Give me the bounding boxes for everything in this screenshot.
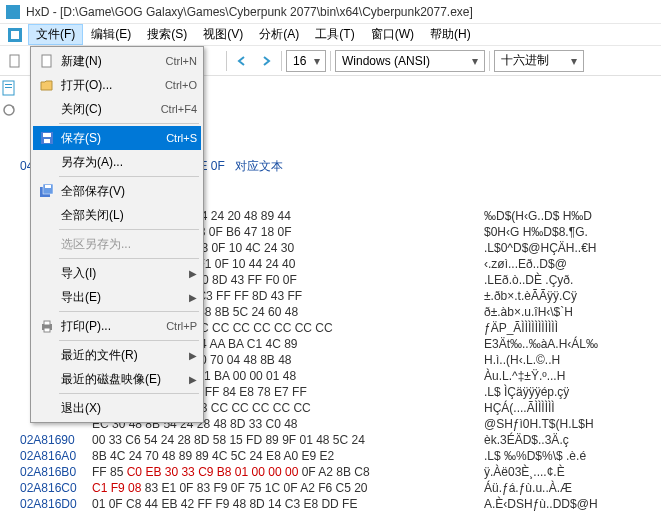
menuitem-label: 另存为(A)... bbox=[61, 154, 197, 171]
shortcut-label: Ctrl+F4 bbox=[161, 103, 197, 115]
new-file-button[interactable] bbox=[4, 50, 26, 72]
bytes[interactable]: FF 85 C0 EB 30 33 C9 B8 01 00 00 00 0F A… bbox=[92, 464, 484, 480]
menuitem-print[interactable]: 打印(P)...Ctrl+P bbox=[33, 314, 201, 338]
ascii[interactable]: .L$0^D$@HÇÄH..€H bbox=[484, 240, 597, 256]
menuitem-import[interactable]: 导入(I)▶ bbox=[33, 261, 201, 285]
menuitem-label: 导出(E) bbox=[61, 289, 189, 306]
menuitem-label: 关闭(C) bbox=[61, 101, 161, 118]
menu-bar: 文件(F)编辑(E)搜索(S)视图(V)分析(A)工具(T)窗口(W)帮助(H) bbox=[0, 24, 661, 46]
menu-0[interactable]: 文件(F) bbox=[28, 24, 83, 45]
shortcut-label: Ctrl+N bbox=[166, 55, 197, 67]
menuitem-label: 保存(S) bbox=[61, 130, 166, 147]
addr: 02A816C0 bbox=[20, 480, 92, 496]
bytes-per-row-input[interactable]: 16▾ bbox=[286, 50, 326, 72]
side-doc-icon[interactable] bbox=[1, 80, 19, 98]
ascii[interactable]: ð±.àb×.u.îH‹\$`H bbox=[484, 304, 573, 320]
new-icon bbox=[37, 53, 57, 69]
ascii[interactable]: èk.3ÉÄD$..3Ä.ç bbox=[484, 432, 569, 448]
ascii[interactable]: .LEð.ò..DÈ .Çyð. bbox=[484, 272, 573, 288]
svg-rect-9 bbox=[43, 133, 51, 137]
ascii[interactable]: ‹.zøì...Eð..D$@ bbox=[484, 256, 567, 272]
ascii[interactable]: Áü.ƒá.ƒù.u..À.Æ bbox=[484, 480, 575, 496]
addr: 02A81690 bbox=[20, 432, 92, 448]
file-menu: 新建(N)Ctrl+N打开(O)...Ctrl+O关闭(C)Ctrl+F4保存(… bbox=[30, 46, 204, 423]
svg-rect-10 bbox=[44, 139, 50, 143]
side-toolbar bbox=[0, 76, 20, 120]
submenu-arrow-icon: ▶ bbox=[189, 268, 197, 279]
ascii[interactable]: ÿ.Àë03È¸....¢.È bbox=[484, 464, 565, 480]
prev-button[interactable] bbox=[231, 50, 253, 72]
shortcut-label: Ctrl+S bbox=[166, 132, 197, 144]
svg-rect-15 bbox=[44, 321, 50, 325]
menuitem-export[interactable]: 导出(E)▶ bbox=[33, 285, 201, 309]
menuitem-exit[interactable]: 退出(X) bbox=[33, 396, 201, 420]
ascii[interactable]: @SHƒì0H.T$(H.L$H bbox=[484, 416, 594, 432]
menu-6[interactable]: 窗口(W) bbox=[363, 24, 422, 45]
view-select[interactable]: 十六进制▾ bbox=[494, 50, 584, 72]
blank-icon bbox=[37, 207, 57, 223]
menu-3[interactable]: 视图(V) bbox=[195, 24, 251, 45]
menu-4[interactable]: 分析(A) bbox=[251, 24, 307, 45]
svg-rect-5 bbox=[5, 87, 12, 88]
menuitem-save-as[interactable]: 另存为(A)... bbox=[33, 150, 201, 174]
bytes[interactable]: C1 F9 08 83 E1 0F 83 F9 0F 75 1C 0F A2 F… bbox=[92, 480, 484, 496]
menuitem-recent-images[interactable]: 最近的磁盘映像(E)▶ bbox=[33, 367, 201, 391]
menuitem-label: 最近的文件(R) bbox=[61, 347, 189, 364]
hex-row[interactable]: 02A816C0C1 F9 08 83 E1 0F 83 F9 0F 75 1C… bbox=[20, 480, 598, 496]
svg-point-6 bbox=[4, 105, 14, 115]
menu-5[interactable]: 工具(T) bbox=[307, 24, 362, 45]
hex-row[interactable]: 02A816B0FF 85 C0 EB 30 33 C9 B8 01 00 00… bbox=[20, 464, 598, 480]
ascii[interactable]: $0H‹G H‰D$8.¶G. bbox=[484, 224, 588, 240]
ascii[interactable]: ‰D$(H‹G..D$ H‰D bbox=[484, 208, 592, 224]
svg-rect-1 bbox=[11, 31, 19, 39]
menuitem-label: 导入(I) bbox=[61, 265, 189, 282]
side-refresh-icon[interactable] bbox=[1, 102, 19, 120]
blank-icon bbox=[37, 236, 57, 252]
bytes[interactable]: 8B 4C 24 70 48 89 89 4C 5C 24 E8 A0 E9 E… bbox=[92, 448, 484, 464]
menuitem-close[interactable]: 关闭(C)Ctrl+F4 bbox=[33, 97, 201, 121]
menuitem-new[interactable]: 新建(N)Ctrl+N bbox=[33, 49, 201, 73]
menuitem-recent-files[interactable]: 最近的文件(R)▶ bbox=[33, 343, 201, 367]
ascii[interactable]: HÇÁ(....ÃÌÌÌÌÌÌ bbox=[484, 400, 555, 416]
svg-rect-2 bbox=[10, 55, 19, 67]
addr: 02A816A0 bbox=[20, 448, 92, 464]
hex-row[interactable]: 02A816D001 0F C8 44 EB 42 FF F9 48 8D 14… bbox=[20, 496, 598, 511]
menuitem-label: 全部保存(V) bbox=[61, 183, 197, 200]
ascii[interactable]: ƒÄP_ÃÌÌÌÌÌÌÌÌÌÌÌ bbox=[484, 320, 558, 336]
menuitem-label: 全部关闭(L) bbox=[61, 207, 197, 224]
menuitem-save[interactable]: 保存(S)Ctrl+S bbox=[33, 126, 201, 150]
submenu-arrow-icon: ▶ bbox=[189, 292, 197, 303]
ascii[interactable]: A.È‹DSHƒù..DD$@H bbox=[484, 496, 598, 511]
menuitem-label: 打印(P)... bbox=[61, 318, 166, 335]
menuitem-close-all[interactable]: 全部关闭(L) bbox=[33, 203, 201, 227]
menuitem-open[interactable]: 打开(O)...Ctrl+O bbox=[33, 73, 201, 97]
encoding-select[interactable]: Windows (ANSI)▾ bbox=[335, 50, 485, 72]
blank-icon bbox=[37, 371, 57, 387]
ascii[interactable]: H.ì..(H‹.L.©..H bbox=[484, 352, 560, 368]
hex-row[interactable]: 02A8169000 33 C6 54 24 28 8D 58 15 FD 89… bbox=[20, 432, 598, 448]
ascii[interactable]: ±.ðb×.t.èÃÃÿÿ.Cÿ bbox=[484, 288, 577, 304]
bytes[interactable]: 00 33 C6 54 24 28 8D 58 15 FD 89 9F 01 4… bbox=[92, 432, 484, 448]
ascii[interactable]: .L$ ÌÇäÿÿÿép.çÿ bbox=[484, 384, 569, 400]
menuitem-label: 选区另存为... bbox=[61, 236, 197, 253]
title-text: HxD - [D:\Game\GOG Galaxy\Games\Cyberpun… bbox=[26, 5, 473, 19]
ascii[interactable]: Àu.L.^‡±Ÿ.º...H bbox=[484, 368, 565, 384]
menu-7[interactable]: 帮助(H) bbox=[422, 24, 479, 45]
menuitem-save-selection: 选区另存为... bbox=[33, 232, 201, 256]
hex-row[interactable]: 02A816A08B 4C 24 70 48 89 89 4C 5C 24 E8… bbox=[20, 448, 598, 464]
menu-1[interactable]: 编辑(E) bbox=[83, 24, 139, 45]
blank-icon bbox=[37, 347, 57, 363]
shortcut-label: Ctrl+P bbox=[166, 320, 197, 332]
menu-2[interactable]: 搜索(S) bbox=[139, 24, 195, 45]
svg-rect-7 bbox=[42, 55, 51, 67]
menuitem-label: 打开(O)... bbox=[61, 77, 165, 94]
bytes[interactable]: 01 0F C8 44 EB 42 FF F9 48 8D 14 C3 E8 D… bbox=[92, 496, 484, 511]
ascii[interactable]: .L$ ‰%D$%\$ .è.é bbox=[484, 448, 586, 464]
next-button[interactable] bbox=[255, 50, 277, 72]
menuitem-save-all[interactable]: 全部保存(V) bbox=[33, 179, 201, 203]
ascii[interactable]: E3Ät‰..‰àA.H‹ÁL‰ bbox=[484, 336, 598, 352]
menuitem-label: 新建(N) bbox=[61, 53, 166, 70]
title-bar: HxD - [D:\Game\GOG Galaxy\Games\Cyberpun… bbox=[0, 0, 661, 24]
addr: 02A816D0 bbox=[20, 496, 92, 511]
app-menu-icon[interactable] bbox=[2, 24, 28, 45]
